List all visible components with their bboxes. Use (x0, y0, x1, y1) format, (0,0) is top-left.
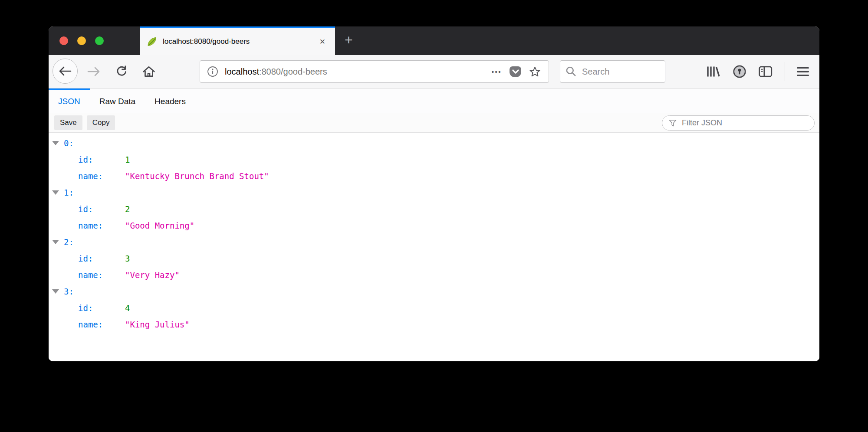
minimize-window-button[interactable] (77, 36, 86, 45)
url-text: localhost:8080/good-beers (225, 67, 492, 77)
property-value: 4 (125, 303, 130, 313)
json-property-row: id: 4 (49, 300, 819, 316)
property-value: "Good Morning" (125, 221, 194, 230)
sidebar-toggle-icon[interactable] (758, 65, 773, 78)
property-key: name: (78, 320, 125, 329)
tab-json[interactable]: JSON (49, 88, 90, 113)
json-entry-header: 2: (49, 234, 819, 250)
close-tab-icon[interactable]: ✕ (318, 36, 327, 47)
search-icon (566, 66, 577, 77)
property-key: name: (78, 270, 125, 280)
json-entry-header: 3: (49, 283, 819, 300)
save-button[interactable]: Save (54, 115, 82, 130)
tab-headers[interactable]: Headers (145, 88, 195, 113)
new-tab-button[interactable]: + (342, 32, 355, 48)
collapse-arrow-icon[interactable] (52, 289, 59, 294)
filter-json-box (662, 115, 815, 131)
collapse-arrow-icon[interactable] (52, 190, 59, 195)
bookmark-star-icon[interactable] (529, 66, 541, 78)
search-box (560, 60, 665, 83)
entry-index: 1: (64, 188, 74, 197)
filter-json-input[interactable] (681, 118, 808, 128)
property-value: "Very Hazy" (125, 270, 180, 280)
home-button[interactable] (142, 65, 155, 78)
property-key: name: (78, 221, 125, 230)
json-property-row: name: "Very Hazy" (49, 267, 819, 283)
fullscreen-window-button[interactable] (95, 36, 104, 45)
json-actions-bar: Save Copy (49, 113, 819, 133)
json-property-row: name: "Good Morning" (49, 217, 819, 234)
json-content: 0: id: 1 name: "Kentucky Brunch Brand St… (49, 133, 819, 361)
window-controls (59, 36, 104, 45)
site-info-icon[interactable] (207, 66, 218, 77)
property-key: id: (78, 254, 125, 263)
property-key: name: (78, 171, 125, 181)
tab-title: localhost:8080/good-beers (163, 37, 318, 46)
url-path: :8080/good-beers (259, 67, 327, 76)
property-value: "King Julius" (125, 320, 190, 329)
search-input[interactable] (581, 66, 660, 77)
browser-tab[interactable]: localhost:8080/good-beers ✕ (140, 26, 335, 55)
extension-icon[interactable] (733, 65, 746, 79)
json-property-row: name: "King Julius" (49, 316, 819, 333)
json-property-row: id: 3 (49, 250, 819, 267)
spring-leaf-favicon (147, 36, 157, 47)
json-property-row: name: "Kentucky Brunch Brand Stout" (49, 168, 819, 184)
navigation-toolbar: localhost:8080/good-beers ••• (49, 55, 819, 88)
tab-bar: localhost:8080/good-beers ✕ + (49, 26, 819, 55)
json-entry-header: 1: (49, 184, 819, 201)
json-entry-header: 0: (49, 135, 819, 151)
library-icon[interactable] (705, 65, 721, 78)
json-property-row: id: 2 (49, 201, 819, 217)
toolbar-divider (785, 62, 785, 81)
collapse-arrow-icon[interactable] (52, 141, 59, 145)
collapse-arrow-icon[interactable] (52, 240, 59, 244)
page-actions-icon[interactable]: ••• (492, 68, 502, 75)
funnel-icon (668, 119, 677, 128)
url-bar[interactable]: localhost:8080/good-beers ••• (200, 60, 549, 83)
copy-button[interactable]: Copy (87, 115, 115, 130)
property-value: 3 (125, 254, 130, 263)
property-value: 2 (125, 204, 130, 214)
browser-window: localhost:8080/good-beers ✕ + (49, 26, 819, 361)
back-button[interactable] (53, 59, 78, 84)
toolbar-right-icons (705, 55, 809, 88)
entry-index: 2: (64, 237, 74, 247)
property-key: id: (78, 155, 125, 164)
property-key: id: (78, 303, 125, 313)
menu-icon[interactable] (797, 67, 809, 76)
tab-raw-data[interactable]: Raw Data (90, 88, 145, 113)
reload-icon[interactable] (115, 65, 128, 78)
forward-button[interactable] (87, 66, 101, 77)
json-property-row: id: 1 (49, 151, 819, 168)
url-domain: localhost (225, 67, 259, 76)
close-window-button[interactable] (59, 36, 68, 45)
property-key: id: (78, 204, 125, 214)
property-value: "Kentucky Brunch Brand Stout" (125, 171, 269, 181)
entry-index: 0: (64, 138, 74, 148)
pocket-icon[interactable] (510, 66, 521, 77)
property-value: 1 (125, 155, 130, 164)
json-viewer-tabs: JSON Raw Data Headers (49, 88, 819, 113)
entry-index: 3: (64, 287, 74, 296)
